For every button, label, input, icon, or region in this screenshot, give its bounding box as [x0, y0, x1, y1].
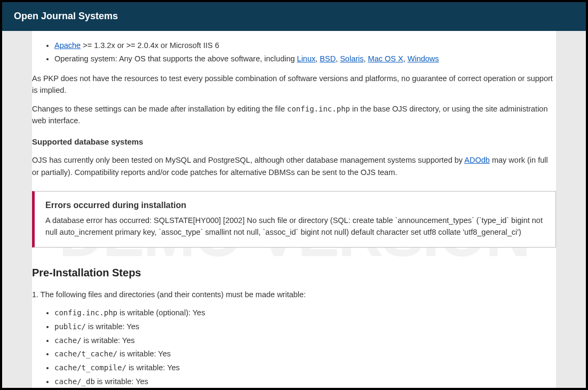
app-title: Open Journal Systems [14, 11, 118, 21]
solaris-link[interactable]: Solaris [340, 54, 363, 63]
linux-link[interactable]: Linux [297, 54, 316, 63]
requirement-os: Operating system: Any OS that supports t… [54, 53, 556, 65]
windows-link[interactable]: Windows [408, 54, 439, 63]
list-item: cache/t_cache/ is writable: Yes [54, 348, 556, 360]
requirements-list: Apache >= 1.3.2x or >= 2.0.4x or Microso… [32, 39, 556, 65]
config-filename: config.inc.php [287, 105, 350, 113]
error-alert-message: A database error has occurred: SQLSTATE[… [45, 214, 546, 238]
error-alert-title: Errors occurred during installation [45, 199, 546, 212]
os-prefix: Operating system: Any OS that supports t… [54, 54, 297, 63]
requirement-apache: Apache >= 1.3.2x or >= 2.0.4x or Microso… [54, 39, 556, 51]
scroll-pane[interactable]: DEMO VERSION Apache >= 1.3.2x or >= 2.0.… [2, 31, 586, 388]
preinstall-list: config.inc.php is writable (optional): Y… [32, 307, 556, 387]
list-item: public/ is writable: Yes [54, 321, 556, 333]
list-item: cache/ is writable: Yes [54, 335, 556, 347]
preinstall-intro: 1. The following files and directories (… [32, 289, 556, 300]
content-card: DEMO VERSION Apache >= 1.3.2x or >= 2.0.… [32, 31, 556, 388]
header-bar: Open Journal Systems [2, 2, 586, 31]
pkp-disclaimer: As PKP does not have the resources to te… [32, 73, 556, 97]
bsd-link[interactable]: BSD [320, 54, 336, 63]
list-item: cache/_db is writable: Yes [54, 376, 556, 388]
list-item: config.inc.php is writable (optional): Y… [54, 307, 556, 319]
db-section-paragraph: OJS has currently only been tested on My… [32, 154, 556, 178]
app-frame: Open Journal Systems DEMO VERSION Apache… [2, 2, 586, 388]
db-section-heading: Supported database systems [32, 136, 556, 148]
config-change-note: Changes to these settings can be made af… [32, 103, 556, 127]
adodb-link[interactable]: ADOdb [464, 156, 490, 164]
list-item: cache/t_compile/ is writable: Yes [54, 362, 556, 374]
macosx-link[interactable]: Mac OS X [368, 54, 403, 63]
preinstall-heading: Pre-Installation Steps [32, 265, 556, 281]
apache-link[interactable]: Apache [54, 41, 81, 50]
apache-tail: >= 1.3.2x or >= 2.0.4x or Microsoft IIS … [81, 41, 219, 50]
error-alert: Errors occurred during installation A da… [32, 191, 556, 248]
